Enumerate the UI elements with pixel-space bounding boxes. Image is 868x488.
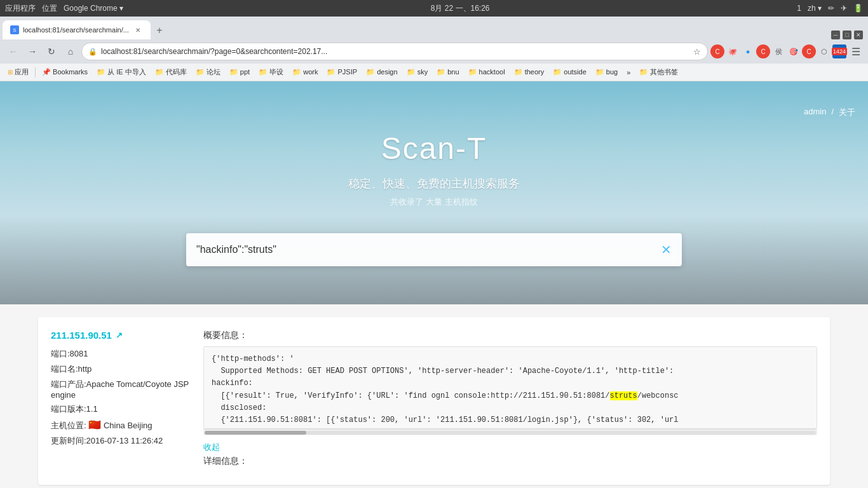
ext-icon-6[interactable]: 🎯 (787, 44, 801, 58)
bookmark-star-icon[interactable]: ☆ (693, 47, 701, 57)
scrollbar-thumb[interactable] (205, 431, 306, 435)
forward-button[interactable]: → (24, 43, 41, 60)
ext-icon-1[interactable]: C (710, 44, 724, 58)
result-actions: 收起 (203, 442, 817, 453)
apps-icon: ⊞ (8, 69, 13, 76)
search-box[interactable]: ✕ (186, 233, 682, 266)
bookmark-sky[interactable]: 📁 sky (403, 67, 432, 78)
bookmark-theory[interactable]: 📁 theory (510, 67, 548, 78)
nav-about[interactable]: 关于 (839, 107, 855, 118)
address-bar: ← → ↻ ⌂ 🔒 localhost:81/search/searchmain… (0, 39, 868, 64)
code-line-3: hackinfo: (212, 377, 809, 390)
code-line-1: {'http-methods': ' (212, 353, 809, 365)
result-meta-left: 211.151.90.51 ↗ 端口:8081 端口名:http 端口产品:Ap… (51, 330, 191, 472)
ext-icon-badge[interactable]: 1424 (832, 44, 846, 58)
close-window-button[interactable]: ✕ (854, 30, 863, 39)
ip-address: 211.151.90.51 (51, 330, 112, 341)
ext-icon-5[interactable]: 侯 (771, 44, 785, 58)
bookmark-bug[interactable]: 📁 bug (592, 67, 621, 78)
url-text: localhost:81/search/searchmain/?page=0&s… (101, 47, 689, 56)
active-tab[interactable]: S localhost:81/search/searchmain/... ✕ (3, 20, 151, 39)
os-menu[interactable]: 应用程序 位置 Google Chrome ▾ (5, 3, 123, 14)
home-button[interactable]: ⌂ (62, 43, 79, 60)
bookmark-design[interactable]: 📁 design (362, 67, 401, 78)
bookmark-code[interactable]: 📁 代码库 (151, 66, 191, 78)
back-button[interactable]: ← (5, 43, 22, 60)
bookmark-hacktool[interactable]: 📁 hacktool (465, 67, 509, 78)
ext-icon-3[interactable]: ● (741, 44, 755, 58)
search-input[interactable] (196, 244, 661, 255)
result-detail-right: 概要信息： {'http-methods': ' Supported Metho… (203, 330, 817, 472)
result-port-name: 端口名:http (51, 363, 191, 375)
result-port-version: 端口版本:1.1 (51, 403, 191, 415)
ext-icon-7[interactable]: C (802, 44, 816, 58)
lock-icon: 🔒 (88, 48, 97, 56)
summary-title: 概要信息： (203, 330, 817, 341)
os-menu-chrome[interactable]: Google Chrome ▾ (64, 4, 123, 13)
bookmark-bookmarks[interactable]: 📌 Bookmarks (38, 67, 92, 78)
code-line-4: [{'result': True, 'VerifyInfo': {'URL': … (212, 390, 809, 402)
bookmark-forum[interactable]: 📁 论坛 (192, 66, 224, 78)
code-block: {'http-methods': ' Supported Methods: GE… (203, 346, 817, 429)
os-menu-apps[interactable]: 应用程序 (5, 3, 36, 14)
hero-subtitle: 稳定、快速、免费的主机搜索服务 (348, 176, 520, 191)
tab-close-button[interactable]: ✕ (133, 25, 143, 35)
new-tab-button[interactable]: + (151, 22, 168, 39)
bookmark-thesis[interactable]: 📁 毕设 (255, 66, 287, 78)
code-line-2: Supported Methods: GET HEAD POST OPTIONS… (212, 365, 809, 377)
nav-links: admin / 关于 (804, 107, 855, 118)
highlight-struts: struts (610, 391, 637, 400)
chrome-menu-button[interactable]: ☰ (849, 44, 863, 58)
result-card: 211.151.90.51 ↗ 端口:8081 端口名:http 端口产品:Ap… (38, 317, 830, 485)
search-clear-button[interactable]: ✕ (661, 242, 672, 257)
tab-title: localhost:81/search/searchmain/... (23, 26, 129, 34)
code-line-6: {'211.151.90.51:8081': [{'status': 200, … (212, 414, 809, 426)
collapse-link[interactable]: 收起 (203, 442, 220, 453)
minimize-button[interactable]: ─ (831, 30, 840, 39)
hero-nav: admin / 关于 (13, 107, 855, 118)
bookmark-pjsip[interactable]: 📁 PJSIP (323, 67, 361, 78)
bookmarks-bar: ⊞ 应用 📌 Bookmarks 📁 从 IE 中导入 📁 代码库 📁 论坛 📁… (0, 64, 868, 81)
bookmark-more[interactable]: » (623, 67, 634, 78)
tab-bar: S localhost:81/search/searchmain/... ✕ +… (0, 17, 868, 39)
result-location: 主机位置: 🇨🇳 China Beijing (51, 419, 191, 431)
nav-admin[interactable]: admin (804, 107, 826, 118)
result-port-product: 端口产品:Apache Tomcat/Coyote JSP engine (51, 379, 191, 400)
ext-icon-2[interactable]: 🐙 (726, 44, 740, 58)
page-content: admin / 关于 Scan-T 稳定、快速、免费的主机搜索服务 共收录了 大… (0, 81, 868, 488)
bookmark-ppt[interactable]: 📁 ppt (226, 67, 254, 78)
code-line-5: disclosed: (212, 402, 809, 414)
nav-separator: / (831, 107, 834, 118)
os-datetime: 8月 22 一、16:26 (131, 3, 789, 14)
country-flag: 🇨🇳 (88, 419, 101, 430)
bookmark-apps[interactable]: ⊞ 应用 (4, 66, 32, 78)
scrollbar-track (205, 431, 816, 435)
chrome-browser-frame: S localhost:81/search/searchmain/... ✕ +… (0, 17, 868, 81)
bookmark-bnu[interactable]: 📁 bnu (433, 67, 463, 78)
result-ip[interactable]: 211.151.90.51 ↗ (51, 330, 191, 341)
ext-icon-4[interactable]: C (756, 44, 770, 58)
hero-section: admin / 关于 Scan-T 稳定、快速、免费的主机搜索服务 共收录了 大… (0, 81, 868, 304)
os-menu-location[interactable]: 位置 (42, 3, 57, 14)
result-port: 端口:8081 (51, 348, 191, 360)
results-area: 211.151.90.51 ↗ 端口:8081 端口名:http 端口产品:Ap… (0, 304, 868, 488)
ext-icon-8[interactable]: ⬡ (817, 44, 831, 58)
address-input[interactable]: 🔒 localhost:81/search/searchmain/?page=0… (81, 43, 708, 60)
bookmark-separator-1 (35, 67, 36, 78)
bookmark-ie-import[interactable]: 📁 从 IE 中导入 (93, 66, 150, 78)
reload-button[interactable]: ↻ (43, 43, 60, 60)
os-titlebar: 应用程序 位置 Google Chrome ▾ 8月 22 一、16:26 1 … (0, 0, 868, 17)
bookmark-work[interactable]: 📁 work (288, 67, 322, 78)
tab-favicon: S (10, 25, 19, 34)
horizontal-scrollbar[interactable] (203, 429, 817, 435)
os-system-tray: 1 zh ▾ ✏ ✈ 🔋 (797, 4, 863, 13)
external-link-icon[interactable]: ↗ (116, 330, 123, 340)
bookmark-other[interactable]: 📁 其他书签 (635, 66, 682, 78)
detail-title: 详细信息： (203, 456, 817, 467)
maximize-button[interactable]: □ (843, 30, 851, 39)
result-updated: 更新时间:2016-07-13 11:26:42 (51, 435, 191, 447)
site-title: Scan-T (381, 131, 487, 166)
bookmark-outside[interactable]: 📁 outside (549, 67, 590, 78)
hero-tagline: 共收录了 大量 主机指纹 (390, 196, 477, 208)
